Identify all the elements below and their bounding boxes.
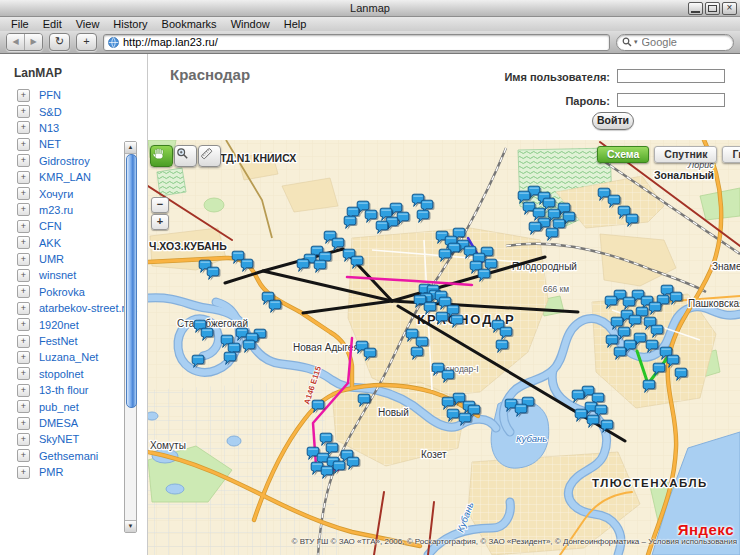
expand-icon[interactable]: + (17, 269, 30, 282)
url-input[interactable] (123, 36, 605, 49)
map-label: Хомуты (150, 440, 186, 451)
window-title: Lanmap (350, 2, 390, 14)
menu-item-window[interactable]: Window (224, 17, 277, 31)
expand-icon[interactable]: + (17, 220, 30, 233)
network-link[interactable]: Gethsemani (39, 450, 98, 462)
network-row: +PMR (0, 464, 124, 480)
expand-icon[interactable]: + (17, 89, 30, 102)
expand-icon[interactable]: + (17, 400, 30, 413)
reload-button[interactable]: ↻ (49, 33, 70, 51)
menu-item-view[interactable]: View (69, 17, 107, 31)
expand-icon[interactable]: + (17, 203, 30, 216)
network-row: +PFN (0, 87, 124, 103)
network-row: +S&D (0, 103, 124, 119)
zoom-out-button[interactable]: − (151, 197, 169, 213)
map-label: Козет (421, 449, 447, 460)
network-link[interactable]: DMESA (39, 417, 78, 429)
expand-icon[interactable]: + (17, 105, 30, 118)
network-link[interactable]: stopolnet (39, 368, 84, 380)
map-type-button-спутник[interactable]: Спутник (654, 146, 717, 163)
network-link[interactable]: SkyNET (39, 433, 79, 445)
network-row: +Pokrovka (0, 284, 124, 300)
ruler-tool-button[interactable] (198, 145, 221, 167)
expand-icon[interactable]: + (17, 433, 30, 446)
network-row: +Gidrostroy (0, 153, 124, 169)
scroll-down-icon[interactable]: ▼ (125, 520, 136, 532)
map-label: Новая Адыгея (293, 342, 359, 353)
network-link[interactable]: N13 (39, 122, 59, 134)
expand-icon[interactable]: + (17, 171, 30, 184)
search-box[interactable]: ▾ (616, 34, 734, 51)
scroll-up-icon[interactable]: ▲ (125, 142, 136, 154)
password-field[interactable] (617, 93, 725, 107)
title-bar: Lanmap (0, 0, 740, 17)
expand-icon[interactable]: + (17, 449, 30, 462)
map-label: Кубань (516, 433, 547, 444)
forward-button[interactable]: ▶ (24, 34, 42, 50)
map-label: Старобжегокай (177, 318, 248, 329)
network-link[interactable]: m23.ru (39, 204, 73, 216)
close-button[interactable] (722, 2, 737, 15)
sidebar-scrollbar[interactable]: ▲ ▼ (124, 141, 137, 533)
network-link[interactable]: PMR (39, 466, 63, 478)
username-field[interactable] (617, 69, 725, 83)
expand-icon[interactable]: + (17, 138, 30, 151)
network-link[interactable]: Gidrostroy (39, 155, 90, 167)
menu-item-bookmarks[interactable]: Bookmarks (155, 17, 224, 31)
network-link[interactable]: PFN (39, 89, 61, 101)
search-input[interactable] (640, 35, 710, 49)
expand-icon[interactable]: + (17, 253, 30, 266)
network-link[interactable]: UMR (39, 253, 64, 265)
map-type-button-схема[interactable]: Схема (597, 146, 649, 163)
expand-icon[interactable]: + (17, 121, 30, 134)
menu-item-file[interactable]: File (4, 17, 36, 31)
expand-icon[interactable]: + (17, 335, 30, 348)
yandex-logo[interactable]: Яндекс (678, 521, 734, 538)
expand-icon[interactable]: + (17, 384, 30, 397)
menu-item-help[interactable]: Help (277, 17, 314, 31)
map-type-switcher: СхемаСпутникГибрид (597, 146, 740, 163)
map-canvas[interactable]: ОТД.N1 КНИИСХЧ.ХОЗ.КУБАНЬЛорисЗональныйП… (148, 140, 740, 555)
scrollbar-thumb[interactable] (126, 154, 137, 408)
expand-icon[interactable]: + (17, 236, 30, 249)
network-row: +FestNet (0, 333, 124, 349)
network-link[interactable]: Pokrovka (39, 286, 85, 298)
expand-icon[interactable]: + (17, 302, 30, 315)
minimize-button[interactable] (688, 2, 703, 15)
expand-icon[interactable]: + (17, 367, 30, 380)
network-link[interactable]: Luzana_Net (39, 351, 98, 363)
expand-icon[interactable]: + (17, 417, 30, 430)
magnifier-icon (175, 146, 190, 161)
expand-icon[interactable]: + (17, 351, 30, 364)
expand-icon[interactable]: + (17, 285, 30, 298)
pan-tool-button[interactable] (150, 145, 173, 167)
network-link[interactable]: KMR_LAN (39, 171, 91, 183)
network-link[interactable]: 13-th flour (39, 384, 89, 396)
network-link[interactable]: S&D (39, 106, 62, 118)
search-engine-caret-icon[interactable]: ▾ (634, 38, 638, 46)
expand-icon[interactable]: + (17, 154, 30, 167)
menu-item-edit[interactable]: Edit (36, 17, 69, 31)
network-link[interactable]: winsnet (39, 269, 76, 281)
url-bar[interactable] (103, 34, 610, 51)
back-button[interactable]: ◀ (7, 34, 24, 50)
zoom-box-tool-button[interactable] (174, 145, 197, 167)
new-tab-button[interactable]: + (76, 33, 97, 51)
expand-icon[interactable]: + (17, 318, 30, 331)
login-button[interactable]: Войти (592, 112, 634, 130)
expand-icon[interactable]: + (17, 187, 30, 200)
network-link[interactable]: atarbekov-street.net (39, 302, 137, 314)
network-link[interactable]: FestNet (39, 335, 78, 347)
network-link[interactable]: pub_net (39, 401, 79, 413)
maximize-button[interactable] (705, 2, 720, 15)
expand-icon[interactable]: + (17, 466, 30, 479)
network-link[interactable]: 1920net (39, 319, 79, 331)
network-link[interactable]: Хочуги (39, 188, 73, 200)
network-link[interactable]: NET (39, 138, 61, 150)
network-link[interactable]: AKK (39, 237, 61, 249)
zoom-in-button[interactable]: + (151, 214, 169, 230)
menu-item-history[interactable]: History (106, 17, 154, 31)
map-type-button-гибрид[interactable]: Гибрид (722, 146, 740, 163)
network-link[interactable]: CFN (39, 220, 62, 232)
network-sidebar: LanMAP +PFN+S&D+N13+NET+Gidrostroy+KMR_L… (0, 54, 148, 555)
